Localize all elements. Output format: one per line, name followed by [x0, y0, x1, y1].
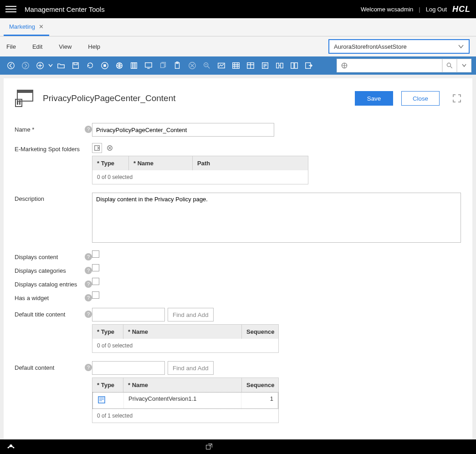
- help-icon[interactable]: ?: [85, 126, 92, 133]
- search-button[interactable]: [442, 59, 457, 72]
- store-selector[interactable]: AuroraStorefrontAssetStore: [328, 39, 470, 54]
- has-widget-checkbox[interactable]: [92, 291, 99, 299]
- folders-label: E-Marketing Spot folders: [15, 146, 92, 153]
- chevron-down-icon[interactable]: [48, 63, 53, 68]
- th-type[interactable]: * Type: [92, 325, 123, 339]
- add-folder-button[interactable]: [92, 143, 102, 153]
- th-path[interactable]: Path: [193, 156, 308, 170]
- search-dropdown[interactable]: [457, 59, 471, 72]
- svg-rect-10: [135, 63, 137, 69]
- help-icon[interactable]: ?: [85, 311, 92, 318]
- separator: |: [419, 6, 420, 13]
- delete-icon[interactable]: [186, 59, 199, 72]
- svg-rect-23: [291, 63, 294, 69]
- remove-folder-button[interactable]: [105, 143, 115, 153]
- th-name[interactable]: * Name: [123, 378, 242, 392]
- properties-icon[interactable]: [259, 59, 271, 72]
- search-scope-icon[interactable]: [337, 59, 351, 72]
- displays-categories-label: Displays categories: [15, 267, 82, 274]
- svg-rect-31: [17, 101, 18, 105]
- description-input[interactable]: [92, 193, 461, 243]
- grid-icon[interactable]: [244, 59, 257, 72]
- open-folder-button[interactable]: [55, 59, 67, 72]
- th-sequence[interactable]: Sequence: [242, 325, 278, 339]
- close-button[interactable]: Close: [401, 91, 440, 106]
- refresh-button[interactable]: [84, 59, 97, 72]
- table-row[interactable]: PrivacyContentVersion1.1 1: [92, 392, 278, 409]
- status-icon[interactable]: [6, 442, 15, 451]
- globe-icon[interactable]: [113, 59, 126, 72]
- content-footer: 0 of 1 selected: [92, 409, 278, 423]
- menu-view[interactable]: View: [59, 43, 72, 50]
- new-button[interactable]: [34, 59, 46, 72]
- tab-marketing[interactable]: Marketing ✕: [4, 19, 49, 36]
- tab-bar: Marketing ✕: [0, 18, 476, 36]
- displays-content-label: Displays content: [15, 254, 82, 260]
- chevron-down-icon: [458, 43, 464, 50]
- save-button-icon[interactable]: [69, 59, 82, 72]
- expand-icon[interactable]: [452, 94, 461, 103]
- back-button[interactable]: [5, 59, 17, 72]
- zoom-icon[interactable]: [200, 59, 213, 72]
- hamburger-menu[interactable]: [5, 6, 16, 12]
- title-table: * Type * Name Sequence 0 of 0 selected: [92, 324, 279, 353]
- menu-edit[interactable]: Edit: [32, 43, 42, 50]
- content-find-input[interactable]: [92, 361, 165, 375]
- menu-bar: File Edit View Help AuroraStorefrontAsse…: [0, 36, 476, 56]
- export-icon[interactable]: [302, 59, 315, 72]
- menu-file[interactable]: File: [6, 43, 16, 50]
- bottom-bar: [0, 439, 476, 454]
- search-input[interactable]: [351, 59, 442, 72]
- paste-icon[interactable]: [171, 59, 184, 72]
- folders-table: * Type * Name Path 0 of 0 selected: [92, 156, 308, 184]
- save-button[interactable]: Save: [355, 91, 393, 106]
- svg-rect-24: [295, 63, 297, 69]
- title-find-input[interactable]: [92, 308, 165, 321]
- help-icon[interactable]: ?: [85, 294, 92, 301]
- table-icon[interactable]: [230, 59, 242, 72]
- help-icon[interactable]: ?: [85, 281, 92, 288]
- tab-label: Marketing: [9, 23, 35, 30]
- svg-rect-12: [161, 63, 164, 68]
- svg-rect-46: [98, 397, 105, 403]
- displays-catalog-label: Displays catalog entries: [15, 281, 82, 288]
- copy-icon[interactable]: [157, 59, 169, 72]
- row-type-icon: [93, 393, 124, 408]
- close-icon[interactable]: ✕: [39, 23, 44, 30]
- help-icon[interactable]: ?: [85, 364, 92, 371]
- column-view-icon[interactable]: [128, 59, 140, 72]
- forward-button[interactable]: [19, 59, 32, 72]
- swap-icon[interactable]: [273, 59, 286, 72]
- detach-icon[interactable]: [205, 443, 213, 451]
- topbar: Management Center Tools Welcome wcsadmin…: [0, 0, 476, 18]
- th-type[interactable]: * Type: [92, 156, 129, 170]
- displays-catalog-checkbox[interactable]: [92, 278, 99, 285]
- displays-content-checkbox[interactable]: [92, 250, 99, 258]
- content-find-add-button[interactable]: Find and Add: [168, 361, 214, 375]
- displays-categories-checkbox[interactable]: [92, 264, 99, 271]
- title-find-add-button[interactable]: Find and Add: [168, 308, 214, 321]
- svg-rect-50: [206, 445, 210, 449]
- logout-link[interactable]: Log Out: [426, 6, 447, 13]
- help-icon[interactable]: ?: [85, 253, 92, 260]
- svg-point-27: [447, 63, 450, 66]
- menu-help[interactable]: Help: [88, 43, 100, 50]
- svg-rect-29: [17, 90, 33, 93]
- row-sequence: 1: [241, 393, 278, 408]
- th-name[interactable]: * Name: [129, 156, 193, 170]
- editor-header: PrivacyPolicyPageCenter_Content Save Clo…: [15, 89, 461, 107]
- svg-rect-32: [19, 100, 20, 105]
- split-icon[interactable]: [288, 59, 301, 72]
- th-sequence[interactable]: Sequence: [242, 378, 278, 392]
- name-label: Name *: [15, 126, 82, 133]
- monitor-icon[interactable]: [142, 59, 155, 72]
- help-icon[interactable]: ?: [85, 267, 92, 274]
- th-type[interactable]: * Type: [92, 378, 123, 392]
- chart-icon[interactable]: [215, 59, 228, 72]
- has-widget-label: Has a widget: [15, 295, 82, 301]
- name-input[interactable]: [92, 123, 274, 137]
- description-label: Description: [15, 195, 92, 202]
- th-name[interactable]: * Name: [123, 325, 242, 339]
- stop-button[interactable]: [98, 59, 111, 72]
- svg-rect-6: [103, 64, 106, 66]
